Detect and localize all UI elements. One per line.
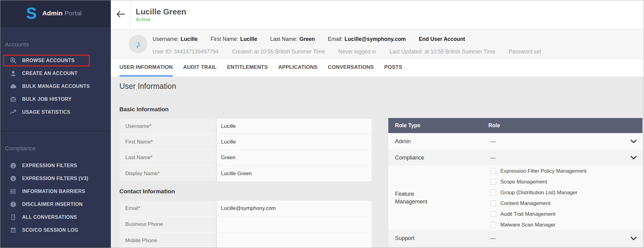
role-value: — bbox=[487, 155, 630, 161]
field-label: Business Phone bbox=[119, 217, 217, 233]
left-arrow-icon bbox=[116, 10, 125, 19]
meta-value: Lucille@symphony.com bbox=[345, 36, 406, 42]
user-meta-rows: Username: Lucille First Name: Lucille La… bbox=[153, 30, 641, 55]
tab-applications[interactable]: APPLICATIONS bbox=[278, 59, 317, 77]
checkbox-label: Content Management bbox=[500, 200, 551, 207]
tab-user-information[interactable]: USER INFORMATION bbox=[119, 59, 173, 77]
sidebar-item-label: BULK JOB HISTORY bbox=[22, 96, 72, 102]
email-field[interactable]: Lucille@symphony.com bbox=[217, 201, 372, 217]
checkbox-row-content-management: Content Management bbox=[490, 198, 642, 209]
chevron-down-icon[interactable] bbox=[630, 236, 637, 241]
title-block: Lucille Green Active bbox=[130, 0, 186, 29]
first-name-field[interactable]: Lucille bbox=[217, 134, 372, 150]
person-search-icon bbox=[9, 57, 17, 64]
field-label: Username* bbox=[119, 119, 217, 134]
cloud-icon bbox=[9, 83, 17, 90]
page-section-title: User Information bbox=[119, 81, 372, 91]
back-button[interactable] bbox=[111, 0, 130, 29]
sidebar-item-sco-co-session-log[interactable]: SCO/CO SESSION LOG bbox=[0, 224, 111, 237]
role-type-label: Compliance bbox=[388, 155, 487, 161]
sidebar-item-create-an-account[interactable]: CREATE AN ACCOUNT bbox=[0, 67, 111, 80]
meta-value: End User Account bbox=[419, 36, 465, 42]
sidebar-item-bulk-manage-accounts[interactable]: BULK MANAGE ACCOUNTS bbox=[0, 80, 111, 93]
role-type-label: Feature Management bbox=[388, 190, 487, 206]
display-name-field[interactable]: Lucille Green bbox=[217, 166, 372, 181]
checkbox-row-expression-filter-policy: Expression Filter Policy Management bbox=[490, 166, 642, 176]
tab-entitlements[interactable]: ENTITLEMENTS bbox=[227, 59, 268, 77]
sidebar-item-all-conversations[interactable]: ALL CONVERSATIONS bbox=[0, 211, 111, 224]
user-meta-row-secondary: User ID: 344147139497794 Created: at 10:… bbox=[153, 49, 641, 55]
sidebar-item-label: SCO/CO SESSION LOG bbox=[22, 227, 78, 233]
last-name-field[interactable]: Green bbox=[217, 150, 372, 166]
calendar-icon bbox=[9, 226, 17, 234]
sidebar-item-label: DISCLAIMER INSERTION bbox=[22, 202, 83, 207]
sidebar-item-information-barriers[interactable]: INFORMATION BARRIERS bbox=[0, 185, 111, 198]
sidebar-item-expression-filters[interactable]: EXPRESSION FILTERS bbox=[0, 159, 111, 172]
muted-face-icon bbox=[9, 162, 17, 169]
field-row-last-name: Last Name* Green bbox=[119, 150, 372, 166]
sidebar-item-disclaimer-insertion[interactable]: DISCLAIMER INSERTION bbox=[0, 198, 111, 211]
sidebar-item-label: BULK MANAGE ACCOUNTS bbox=[22, 84, 90, 89]
field-row-email: Email* Lucille@symphony.com bbox=[119, 201, 372, 217]
meta-value: Green bbox=[299, 36, 315, 42]
basic-information-table: Username* Lucille First Name* Lucille La… bbox=[119, 119, 372, 181]
role-type-text: Feature Management bbox=[395, 190, 441, 206]
role-value: — bbox=[487, 138, 630, 145]
chevron-down-icon[interactable] bbox=[630, 155, 637, 160]
sidebar-item-label: INFORMATION BARRIERS bbox=[22, 189, 85, 194]
app-title-light: Portal bbox=[64, 10, 82, 17]
checkbox[interactable] bbox=[490, 190, 496, 195]
sidebar-item-label: ALL CONVERSATIONS bbox=[22, 215, 77, 220]
business-phone-field[interactable] bbox=[217, 217, 372, 233]
meta-value: Lucille bbox=[240, 36, 257, 42]
checkbox[interactable] bbox=[490, 211, 496, 217]
roles-table-header: Role Type Role bbox=[388, 118, 642, 133]
tab-conversations[interactable]: CONVERSATIONS bbox=[328, 59, 374, 77]
role-value: — bbox=[487, 235, 630, 242]
field-label: Last Name* bbox=[119, 150, 217, 166]
field-row-mobile-phone: Mobile Phone bbox=[119, 233, 372, 248]
username-field[interactable]: Lucille bbox=[217, 119, 372, 134]
user-info-panel: User Information Basic Information Usern… bbox=[119, 77, 372, 248]
meta-label: Username: bbox=[153, 36, 179, 42]
checkbox[interactable] bbox=[490, 200, 496, 206]
field-row-username: Username* Lucille bbox=[119, 119, 372, 134]
checkbox[interactable] bbox=[490, 179, 496, 185]
checkbox-row-group-manager: Group (Distribution List) Manager bbox=[490, 187, 642, 198]
sidebar-item-browse-accounts[interactable]: BROWSE ACCOUNTS bbox=[0, 54, 111, 67]
person-icon bbox=[9, 70, 17, 77]
sidebar-item-label: EXPRESSION FILTERS bbox=[22, 163, 77, 168]
checkbox[interactable] bbox=[490, 168, 496, 174]
meta-last-name: Last Name: Green bbox=[270, 36, 315, 42]
sidebar-item-expression-filters-v3[interactable]: EXPRESSION FILTERS (V3) bbox=[0, 172, 111, 185]
role-row-admin[interactable]: Admin — bbox=[388, 133, 642, 150]
user-meta-band: ♪ Username: Lucille First Name: Lucille … bbox=[111, 30, 644, 59]
feature-checkbox-list: Expression Filter Policy Management Scop… bbox=[487, 166, 642, 230]
checkbox[interactable] bbox=[490, 222, 496, 228]
contact-information-heading: Contact Information bbox=[119, 188, 372, 195]
muted-face-icon bbox=[9, 175, 17, 182]
role-row-support[interactable]: Support — bbox=[388, 230, 642, 246]
tab-posts[interactable]: POSTS bbox=[384, 59, 402, 77]
field-row-first-name: First Name* Lucille bbox=[119, 134, 372, 150]
sidebar-item-bulk-job-history[interactable]: BULK JOB HISTORY bbox=[0, 93, 111, 106]
admin-portal-window: S Admin Portal Accounts BROWSE ACCOUNTS bbox=[0, 0, 644, 248]
chevron-down-icon[interactable] bbox=[630, 139, 637, 144]
sidebar-item-usage-statistics[interactable]: USAGE STATISTICS bbox=[0, 106, 111, 119]
checkbox-label: Group (Distribution List) Manager bbox=[500, 190, 577, 196]
checkbox-label: Expression Filter Policy Management bbox=[500, 168, 587, 174]
page-header: Lucille Green Active bbox=[111, 0, 644, 30]
archive-icon bbox=[9, 96, 17, 103]
meta-last-updated: Last Updated: at 10:55 British Summer Ti… bbox=[390, 49, 495, 55]
role-row-compliance[interactable]: Compliance — bbox=[388, 150, 642, 166]
mobile-phone-field[interactable] bbox=[217, 233, 372, 248]
app-title-bold: Admin bbox=[42, 10, 63, 17]
basic-information-heading: Basic Information bbox=[119, 106, 372, 113]
field-row-business-phone: Business Phone bbox=[119, 217, 372, 233]
tab-audit-trail[interactable]: AUDIT TRAIL bbox=[183, 59, 217, 77]
meta-label: Email: bbox=[328, 36, 343, 42]
meta-last-login: Never logged in bbox=[339, 49, 376, 55]
app-title: Admin Portal bbox=[42, 10, 82, 17]
sidebar-section-compliance: Compliance bbox=[0, 145, 111, 152]
trend-chart-icon bbox=[9, 108, 17, 116]
